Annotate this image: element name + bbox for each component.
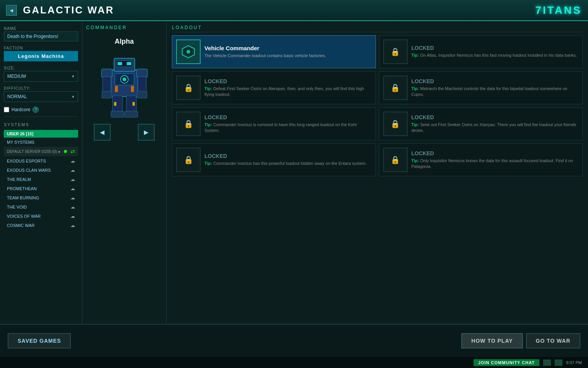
loadout-info-7: LOCKED Tip: Commander Invictus has this …: [204, 153, 372, 166]
sys-item-voices-of-war[interactable]: VOICES OF WAR: [4, 212, 78, 220]
svg-rect-14: [113, 96, 122, 113]
hardcore-help-icon[interactable]: ?: [33, 107, 39, 113]
tip-label-8: Tip:: [412, 158, 420, 163]
team-burning-cloud-icon: [70, 195, 75, 200]
loadout-icon-2: 🔒: [383, 39, 408, 64]
loadout-tip-4: Tip: Metrarch the Machinist controls the…: [412, 86, 579, 98]
loadout-tip-3: Tip: Defeat First Seeker Osiris on Alenq…: [204, 86, 372, 98]
loadout-card-8[interactable]: 🔒 LOCKED Tip: Only Inquisitor Nemicus kn…: [379, 143, 583, 176]
time-display: 8:07 PM: [566, 360, 582, 365]
sys-item-team-burning[interactable]: TEAM BURNING: [4, 194, 78, 202]
left-panel: NAME FACTION Legonis Machina SIZE: MEDIU…: [0, 21, 82, 335]
loadout-info-3: LOCKED Tip: Defeat First Seeker Osiris o…: [204, 78, 372, 98]
lock-icon-6: 🔒: [390, 119, 400, 128]
loadout-info-6: LOCKED Tip: Seek out First Seeker Osiris…: [412, 114, 579, 134]
how-to-play-button[interactable]: HOW TO PLAY: [461, 333, 523, 348]
loadout-card-7[interactable]: 🔒 LOCKED Tip: Commander Invictus has thi…: [172, 143, 376, 176]
tip-label-7: Tip:: [204, 161, 213, 166]
commander-robot-display: [94, 49, 155, 118]
server-label: DEFAULT SERVER 0/200 (0) ●: [7, 150, 60, 154]
tip-label-5: Tip:: [204, 122, 213, 127]
topbar: ◄ GALACTIC WAR 7ITANS: [0, 0, 588, 21]
loadout-tip-2: Tip: On Atlas, Inquisitor Nemicus has th…: [412, 53, 579, 58]
sys-item-default-server[interactable]: DEFAULT SERVER 0/200 (0) ● ⇄: [4, 147, 78, 156]
svg-rect-10: [103, 77, 111, 92]
loadout-section-title: LOADOUT: [172, 25, 583, 30]
loadout-desc-1: The Vehicle Commander loadout contains b…: [204, 53, 372, 59]
exodus-esports-cloud-icon: [70, 158, 75, 164]
svg-rect-18: [115, 86, 118, 92]
lock-icon-4: 🔒: [390, 83, 400, 92]
sys-item-the-void[interactable]: THE VOID: [4, 203, 78, 211]
tip-label-3: Tip:: [204, 86, 213, 91]
name-label: NAME: [4, 26, 78, 31]
loadout-icon-3: 🔒: [176, 76, 201, 100]
svg-rect-19: [131, 86, 134, 92]
svg-point-3: [122, 77, 126, 81]
uber-label: UBER 26 [15]: [7, 131, 33, 136]
faction-button[interactable]: Legonis Machina: [4, 51, 78, 61]
saved-games-button[interactable]: SAVED GAMES: [8, 333, 71, 348]
size-label: SIZE:: [4, 66, 78, 70]
loadout-icon-7: 🔒: [176, 148, 201, 172]
loadout-card-1[interactable]: Vehicle Commander The Vehicle Commander …: [172, 35, 376, 68]
loadout-card-3[interactable]: 🔒 LOCKED Tip: Defeat First Seeker Osiris…: [172, 71, 376, 104]
the-realm-label: THE REALM: [7, 177, 31, 182]
prev-commander-button[interactable]: ◄: [94, 124, 111, 141]
sys-item-uber[interactable]: UBER 26 [15]: [4, 130, 78, 138]
locked-title-6: LOCKED: [412, 114, 579, 120]
difficulty-select[interactable]: NORMAL EASY HARD: [4, 91, 78, 102]
server-arrow-icon: ⇄: [70, 148, 75, 154]
sys-item-exodus-clan-wars[interactable]: EXODUS CLAN WARS: [4, 166, 78, 174]
sys-item-the-realm[interactable]: THE REALM: [4, 175, 78, 184]
cosmic-war-cloud-icon: [70, 223, 75, 228]
center-panel: COMMANDER Alpha: [82, 21, 167, 335]
size-select-wrapper: MEDIUM SMALL LARGE: [4, 71, 78, 82]
network-status-icon: [543, 360, 551, 366]
svg-rect-12: [102, 91, 112, 98]
exodus-clan-wars-cloud-icon: [70, 168, 75, 173]
loadout-icon-4: 🔒: [383, 76, 408, 100]
loadout-card-6[interactable]: 🔒 LOCKED Tip: Seek out First Seeker Osir…: [379, 107, 583, 140]
the-void-label: THE VOID: [7, 205, 27, 209]
promethean-label: PROMETHEAN: [7, 186, 37, 191]
svg-rect-9: [137, 69, 147, 77]
loadout-icon-5: 🔒: [176, 112, 201, 136]
exodus-esports-label: EXODUS ESPORTS: [7, 159, 46, 163]
locked-title-3: LOCKED: [204, 78, 372, 84]
hardcore-label: Hardcore: [11, 107, 30, 112]
connection-icon: [555, 360, 562, 366]
hardcore-checkbox[interactable]: [4, 107, 9, 112]
name-section: NAME: [4, 26, 78, 41]
sys-item-exodus-esports[interactable]: EXODUS ESPORTS: [4, 157, 78, 165]
name-input[interactable]: [4, 31, 78, 41]
loadout-card-4[interactable]: 🔒 LOCKED Tip: Metrarch the Machinist con…: [379, 71, 583, 104]
sys-item-promethean[interactable]: PROMETHEAN: [4, 184, 78, 193]
loadout-name-1: Vehicle Commander: [204, 45, 372, 51]
loadout-card-5[interactable]: 🔒 LOCKED Tip: Commander Invictus is rumo…: [172, 107, 376, 140]
voices-of-war-cloud-icon: [70, 214, 75, 219]
difficulty-select-wrapper: NORMAL EASY HARD: [4, 91, 78, 102]
loadout-icon-8: 🔒: [383, 148, 408, 172]
the-realm-cloud-icon: [70, 177, 75, 182]
sys-item-my-systems[interactable]: MY SYSTEMS: [4, 138, 78, 146]
next-commander-button[interactable]: ►: [138, 124, 155, 141]
locked-title-7: LOCKED: [204, 153, 372, 159]
back-button[interactable]: ◄: [6, 5, 17, 16]
join-community-button[interactable]: JOIN COMMUNITY CHAT: [474, 359, 539, 366]
go-to-war-button[interactable]: GO TO WAR: [526, 333, 580, 348]
loadout-icon-6: 🔒: [383, 112, 408, 136]
difficulty-label: DIFFICULTY:: [4, 86, 78, 90]
bottom-right: HOW TO PLAY GO TO WAR: [461, 333, 580, 348]
loadout-card-2[interactable]: 🔒 LOCKED Tip: On Atlas, Inquisitor Nemic…: [379, 35, 583, 68]
main-layout: NAME FACTION Legonis Machina SIZE: MEDIU…: [0, 21, 588, 335]
loadout-info-4: LOCKED Tip: Metrarch the Machinist contr…: [412, 78, 579, 98]
size-section: SIZE: MEDIUM SMALL LARGE: [4, 66, 78, 82]
sys-item-cosmic-war[interactable]: COSMIC WAR: [4, 221, 78, 230]
my-systems-label: MY SYSTEMS: [7, 140, 34, 145]
loadout-tip-6: Tip: Seek out First Seeker Osiris on Xia…: [412, 122, 579, 134]
loadout-info-5: LOCKED Tip: Commander Invictus is rumore…: [204, 114, 372, 134]
size-select[interactable]: MEDIUM SMALL LARGE: [4, 71, 78, 82]
bottom-left: SAVED GAMES: [8, 333, 71, 348]
svg-rect-20: [114, 102, 116, 106]
